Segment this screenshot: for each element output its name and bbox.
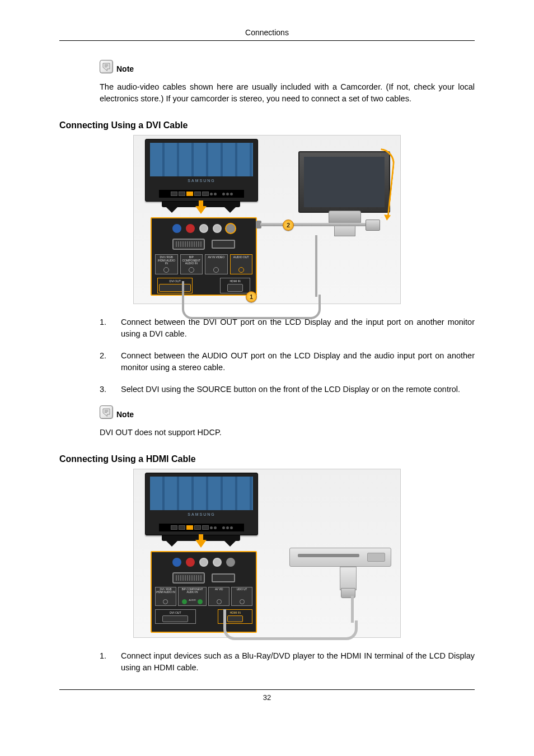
note-body: DVI OUT does not support HDCP. xyxy=(100,427,475,438)
rgb-port-icon xyxy=(172,239,205,250)
lcd-display-illustration: SAMSUNG xyxy=(145,473,257,541)
note-icon xyxy=(100,405,113,419)
arrow-down-icon xyxy=(195,206,207,214)
list-item: 1.Connect input devices such as a Blu-Ra… xyxy=(100,650,475,674)
bluray-player-illustration xyxy=(289,548,391,567)
page: Connections Note The audio-video cables … xyxy=(0,0,534,756)
hdmi-port-icon xyxy=(212,240,235,249)
page-number: 32 xyxy=(263,693,271,702)
highlighted-source-area-icon xyxy=(186,525,193,530)
audio-out-jack-icon xyxy=(226,224,235,233)
note-label: Note xyxy=(116,410,134,419)
highlighted-source-area-icon xyxy=(186,192,193,196)
ordered-list-dvi: 1.Connect between the DVI OUT port on th… xyxy=(59,316,475,395)
arrow-down-icon xyxy=(195,540,207,548)
note-body: The audio-video cables shown here are us… xyxy=(100,81,475,105)
hdmi-cable-icon xyxy=(351,596,354,623)
figure-dvi: SAMSUNG xyxy=(59,135,475,304)
page-footer: 32 xyxy=(59,689,475,702)
figure-hdmi: SAMSUNG xyxy=(59,469,475,638)
port-label: AV IN VIDEO xyxy=(205,254,228,274)
dvi-cable-icon xyxy=(315,235,317,297)
running-header: Connections xyxy=(59,28,475,41)
port-panel-illustration: DVI / RGB /HDMI AUDIO IN B/P COMPONENT A… xyxy=(151,217,257,296)
player-connector-icon xyxy=(340,567,357,590)
stereo-cable-icon xyxy=(260,223,367,226)
port-label: AV VID xyxy=(208,587,229,606)
hdmi-port-icon xyxy=(212,573,235,582)
section-title-hdmi: Connecting Using a HDMI Cable xyxy=(59,454,475,464)
port-label-highlighted: AUDIO OUT xyxy=(230,254,253,274)
dvi-out-port-highlighted: DVI OUT xyxy=(157,278,193,293)
dvi-out-port: DVI OUT xyxy=(155,609,196,624)
rgb-port-icon xyxy=(172,572,205,584)
list-item: 1.Connect between the DVI OUT port on th… xyxy=(100,316,475,340)
port-label: B/P COMPONENT AUDIO IN AUDIO xyxy=(178,587,207,606)
cable-plug-icon xyxy=(366,220,380,231)
hdmi-in-port: HDMI IN xyxy=(220,278,250,293)
port-label: DVI / RGB /HDMI AUDIO IN xyxy=(155,587,176,606)
brand-label: SAMSUNG xyxy=(146,512,257,516)
ordered-list-hdmi: 1.Connect input devices such as a Blu-Ra… xyxy=(59,650,475,674)
hdmi-cable-icon xyxy=(223,620,358,640)
callout-badge-1: 1 xyxy=(246,291,257,302)
external-monitor-illustration xyxy=(298,151,390,213)
note-block: Note The audio-video cables shown here a… xyxy=(59,60,475,105)
note-icon xyxy=(100,60,113,73)
section-title-dvi: Connecting Using a DVI Cable xyxy=(59,120,475,130)
callout-badge-2: 2 xyxy=(283,220,294,231)
list-item: 3.Select DVI using the SOURCE button on … xyxy=(100,384,475,395)
note-label: Note xyxy=(116,64,134,73)
port-label: B/P COMPONENT AUDIO IN xyxy=(180,254,203,274)
port-label: UDIO UT xyxy=(231,587,252,606)
port-label: DVI / RGB /HDMI AUDIO IN xyxy=(155,254,178,274)
lcd-display-illustration: SAMSUNG xyxy=(145,139,257,207)
external-monitor-stand xyxy=(329,211,361,224)
note-block: Note DVI OUT does not support HDCP. xyxy=(59,405,475,438)
brand-label: SAMSUNG xyxy=(146,179,257,183)
list-item: 2.Connect between the AUDIO OUT port on … xyxy=(100,350,475,374)
